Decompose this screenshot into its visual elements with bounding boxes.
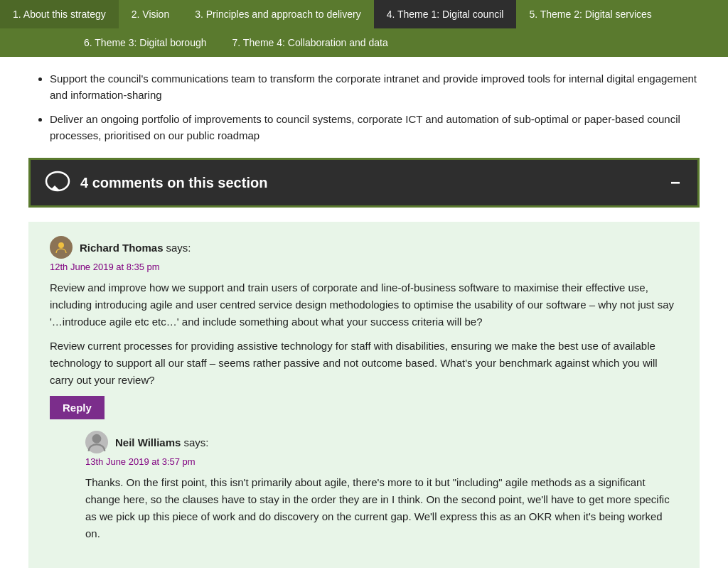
comment-meta: Richard Thomas says: [50, 236, 678, 259]
bullet-item: Support the council's communications tea… [50, 71, 700, 103]
reply-author: Neil Williams [115, 436, 181, 448]
nav-top-item-theme1[interactable]: 4. Theme 1: Digital council [374, 0, 517, 28]
nav-top-item-about[interactable]: 1. About this strategy [0, 0, 119, 28]
collapse-button[interactable]: − [668, 173, 683, 193]
bullet-list: Support the council's communications tea… [28, 71, 700, 144]
reply-button[interactable]: Reply [50, 396, 105, 419]
chat-icon [45, 170, 70, 195]
main-content: Support the council's communications tea… [0, 57, 728, 575]
reply-avatar [85, 431, 108, 453]
reply-meta: Neil Williams says: [85, 431, 678, 453]
nav-top-item-vision[interactable]: 2. Vision [119, 0, 182, 28]
bullet-item: Deliver an ongoing portfolio of improvem… [50, 112, 700, 144]
comment-section: Richard Thomas says: 12th June 2019 at 8… [28, 222, 700, 568]
reply-body: Thanks. On the first point, this isn't p… [85, 474, 678, 542]
nav-bottom-item-theme3[interactable]: 6. Theme 3: Digital borough [71, 28, 220, 57]
svg-point-0 [46, 172, 69, 190]
nav-top-item-principles[interactable]: 3. Principles and approach to delivery [182, 0, 373, 28]
comment-date: 12th June 2019 at 8:35 pm [50, 262, 678, 272]
nav-bottom: 6. Theme 3: Digital borough7. Theme 4: C… [0, 28, 728, 57]
reply-date: 13th June 2019 at 3:57 pm [85, 456, 678, 467]
comment-body-1: Review and improve how we support and tr… [50, 279, 678, 331]
comment-body-2: Review current processes for providing a… [50, 338, 678, 389]
commenter-name: Richard Thomas [80, 242, 164, 254]
svg-marker-1 [50, 186, 59, 190]
nav-top-item-theme2[interactable]: 5. Theme 2: Digital services [516, 0, 664, 28]
svg-point-3 [92, 434, 102, 444]
nav-bottom-item-theme4[interactable]: 7. Theme 4: Collaboration and data [220, 28, 401, 57]
comments-header: 4 comments on this section − [28, 158, 700, 208]
comment-item: Richard Thomas says: 12th June 2019 at 8… [50, 236, 678, 542]
reply-says: says: [183, 436, 208, 448]
nav-top: 1. About this strategy2. Vision3. Princi… [0, 0, 728, 28]
nested-comment: Neil Williams says: 13th June 2019 at 3:… [85, 431, 678, 542]
svg-point-2 [58, 242, 64, 248]
says-text: says: [166, 242, 191, 254]
comments-title: 4 comments on this section [80, 175, 668, 191]
avatar [50, 236, 73, 259]
